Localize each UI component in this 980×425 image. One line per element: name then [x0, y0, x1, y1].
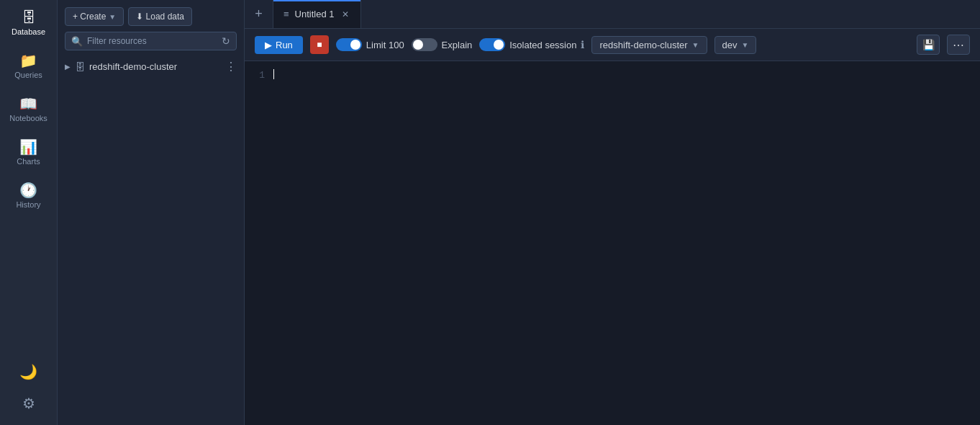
cluster-selector[interactable]: redshift-demo-cluster ▼ [591, 36, 707, 54]
stop-button[interactable]: ■ [310, 35, 329, 54]
sidebar-item-charts[interactable]: 📊 Charts [0, 130, 57, 173]
filter-bar: 🔍 ↻ [65, 32, 237, 50]
sidebar-item-settings[interactable]: ⚙ [0, 386, 57, 418]
resource-tree-item[interactable]: ▶ 🗄 redshift-demo-cluster ⋮ [58, 56, 244, 77]
sidebar-item-queries[interactable]: 📁 Queries [0, 43, 57, 86]
history-icon: 🕐 [19, 183, 37, 197]
sidebar-item-database[interactable]: 🗄 Database [0, 0, 57, 43]
resource-panel: + Create ▼ ⬇ Load data 🔍 ↻ ▶ 🗄 redshift-… [58, 0, 245, 425]
chevron-right-icon: ▶ [65, 63, 71, 71]
text-cursor [273, 69, 274, 79]
settings-icon: ⚙ [22, 396, 35, 411]
create-dropdown-arrow: ▼ [109, 13, 116, 21]
tab-bar: + ≡ Untitled 1 ✕ [245, 0, 980, 29]
new-tab-button[interactable]: + [245, 0, 273, 28]
line-numbers: 1 [245, 68, 273, 418]
limit-toggle-group: Limit 100 [336, 38, 404, 51]
info-icon[interactable]: ℹ [581, 39, 584, 50]
sidebar-item-label-charts: Charts [17, 157, 40, 166]
run-label: Run [276, 40, 293, 50]
cluster-value: redshift-demo-cluster [599, 40, 687, 50]
sidebar-item-label-database: Database [12, 27, 45, 36]
editor-toolbar: ▶ Run ■ Limit 100 Explain Isolated sessi… [245, 29, 980, 61]
main-editor: + ≡ Untitled 1 ✕ ▶ Run ■ Limit 100 Expla… [245, 0, 980, 425]
panel-toolbar: + Create ▼ ⬇ Load data [58, 0, 244, 32]
explain-toggle-group: Explain [412, 38, 473, 51]
resource-menu-icon[interactable]: ⋮ [225, 60, 237, 73]
explain-label: Explain [442, 40, 473, 50]
darkmode-icon: 🌙 [19, 364, 37, 379]
sidebar-bottom: 🌙 ⚙ [0, 354, 57, 425]
save-icon: 💾 [922, 39, 935, 50]
refresh-icon[interactable]: ↻ [222, 35, 230, 47]
ellipsis-icon: ⋯ [953, 38, 964, 52]
limit-label: Limit 100 [366, 40, 404, 50]
sidebar-item-label-history: History [16, 200, 40, 209]
run-icon: ▶ [265, 40, 272, 50]
more-options-button[interactable]: ⋯ [947, 35, 970, 55]
tab-close-button[interactable]: ✕ [340, 8, 350, 21]
sidebar-item-history[interactable]: 🕐 History [0, 173, 57, 216]
tab-query-icon: ≡ [283, 9, 289, 19]
cluster-name: redshift-demo-cluster [89, 61, 221, 72]
database-value: dev [722, 40, 738, 50]
charts-icon: 📊 [19, 140, 37, 154]
explain-toggle[interactable] [412, 38, 437, 51]
db-dropdown-arrow: ▼ [741, 41, 748, 49]
sidebar-item-label-queries: Queries [14, 71, 42, 79]
tab-untitled1[interactable]: ≡ Untitled 1 ✕ [273, 0, 361, 28]
sidebar-item-label-notebooks: Notebooks [9, 114, 47, 122]
load-data-button[interactable]: ⬇ Load data [128, 7, 192, 26]
run-button[interactable]: ▶ Run [255, 36, 303, 54]
save-button[interactable]: 💾 [917, 35, 940, 55]
sidebar-item-darkmode[interactable]: 🌙 [0, 354, 57, 386]
database-selector[interactable]: dev ▼ [714, 36, 757, 54]
create-button-label: + Create [73, 12, 106, 22]
isolated-toggle[interactable] [479, 38, 505, 51]
plus-icon: + [255, 6, 263, 22]
cluster-icon: 🗄 [75, 61, 85, 73]
filter-input[interactable] [87, 36, 217, 46]
line-number-1: 1 [245, 70, 265, 81]
create-button[interactable]: + Create ▼ [65, 7, 124, 26]
editor-content[interactable] [273, 68, 973, 418]
database-icon: 🗄 [22, 10, 36, 24]
notebooks-icon: 📖 [19, 97, 37, 111]
load-data-label: ⬇ Load data [136, 12, 184, 22]
editor-area: 1 [245, 61, 980, 425]
queries-icon: 📁 [19, 53, 37, 68]
sidebar-item-notebooks[interactable]: 📖 Notebooks [0, 86, 57, 130]
sidebar: 🗄 Database 📁 Queries 📖 Notebooks 📊 Chart… [0, 0, 58, 425]
search-icon: 🔍 [71, 36, 83, 47]
stop-icon: ■ [317, 40, 322, 50]
cluster-dropdown-arrow: ▼ [692, 41, 699, 49]
tab-label: Untitled 1 [295, 9, 335, 19]
isolated-toggle-group: Isolated session ℹ [479, 38, 584, 51]
isolated-label: Isolated session [509, 40, 576, 50]
limit-toggle[interactable] [336, 38, 362, 51]
